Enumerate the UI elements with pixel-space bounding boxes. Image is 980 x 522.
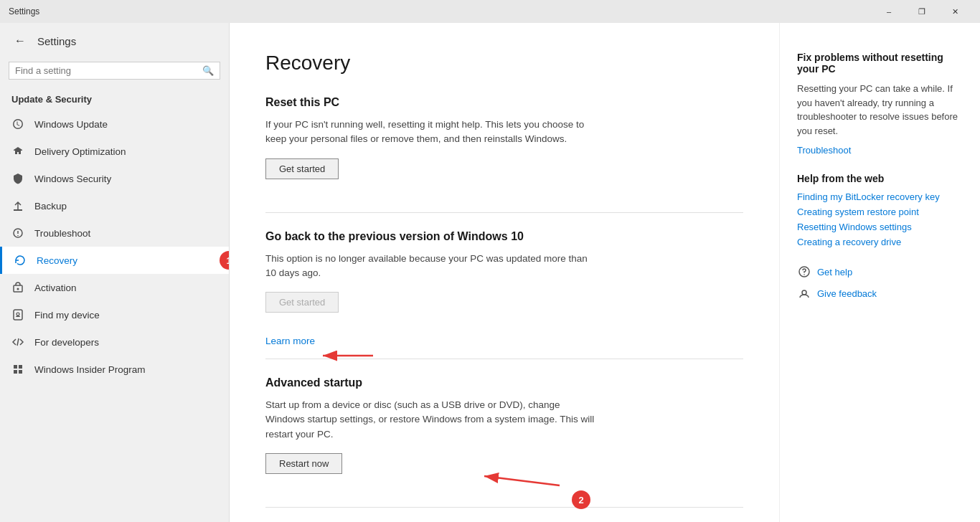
sidebar-item-label-windows-insider: Windows Insider Program [34,364,146,375]
divider-2 [265,359,743,359]
titlebar: Settings – ❐ ✕ [0,0,980,23]
give-feedback-link[interactable]: Give feedback [817,288,877,299]
reset-pc-title: Reset this PC [265,96,743,109]
sidebar-item-label-recovery: Recovery [37,255,77,266]
feedback-icon [797,286,811,300]
divider-1 [265,212,743,213]
sidebar-item-windows-security[interactable]: Windows Security [0,165,229,192]
section-go-back: Go back to the previous version of Windo… [265,230,743,348]
get-help-link[interactable]: Get help [817,267,852,277]
windows-insider-icon [11,363,24,376]
feedback-row: Give feedback [797,286,963,300]
divider-3 [265,507,743,508]
sidebar-item-find-device[interactable]: Find my device [0,301,229,328]
sidebar-item-label-for-developers: For developers [34,337,99,348]
sidebar-item-recovery[interactable]: Recovery 1 [0,247,229,274]
svg-rect-6 [14,365,17,369]
svg-point-15 [804,274,805,275]
right-panel-extra-section: Get help Give feedback [797,265,963,300]
go-back-title: Go back to the previous version of Windo… [265,230,743,243]
sidebar-item-troubleshoot[interactable]: Troubleshoot [0,219,229,247]
right-panel-help-section: Help from the web Finding my BitLocker r… [797,173,963,247]
fix-desc: Resetting your PC can take a while. If y… [797,82,963,138]
minimize-button[interactable]: – [872,0,905,23]
titlebar-title: Settings [9,6,872,16]
sidebar-item-label-backup: Backup [34,201,67,212]
sidebar-item-label-find-device: Find my device [34,310,100,321]
help-link-2[interactable]: Resetting Windows settings [797,222,963,232]
svg-point-3 [17,288,19,290]
main-content: Recovery Reset this PC If your PC isn't … [230,23,779,522]
windows-update-icon [11,118,24,130]
fix-title: Fix problems without resetting your PC [797,52,963,75]
svg-rect-7 [19,365,22,369]
page-title: Recovery [265,52,743,75]
svg-point-16 [802,290,806,295]
reset-pc-desc: If your PC isn't running well, resetting… [265,118,595,147]
sidebar-item-windows-insider[interactable]: Windows Insider Program [0,356,229,383]
sidebar-section-title: Update & Security [0,88,229,110]
recovery-icon [14,254,27,267]
sidebar-item-for-developers[interactable]: For developers [0,328,229,356]
backup-icon [11,199,24,212]
close-button[interactable]: ✕ [938,0,971,23]
sidebar-item-activation[interactable]: Activation [0,274,229,301]
reset-pc-get-started-button[interactable]: Get started [265,158,339,179]
svg-point-5 [17,313,19,315]
advanced-startup-title: Advanced startup [265,376,743,389]
titlebar-controls: – ❐ ✕ [872,0,971,23]
sidebar-header: ← Settings [0,23,229,59]
svg-rect-9 [19,370,22,374]
right-panel: Fix problems without resetting your PC R… [779,23,980,522]
help-link-1[interactable]: Creating system restore point [797,207,963,217]
back-button[interactable]: ← [11,32,29,50]
sidebar-item-label-activation: Activation [34,283,77,293]
search-icon[interactable]: 🔍 [202,65,214,76]
learn-more-link[interactable]: Learn more [265,336,315,346]
content-wrapper: 2 Recovery Reset this PC If your PC isn'… [230,23,980,522]
search-input[interactable] [15,65,202,76]
help-link-0[interactable]: Finding my BitLocker recovery key [797,191,963,202]
sidebar-item-label-delivery-optimization: Delivery Optimization [34,146,126,157]
go-back-get-started-button: Get started [265,292,339,313]
help-link-3[interactable]: Creating a recovery drive [797,237,963,247]
find-device-icon [11,308,24,321]
delivery-optimization-icon [11,145,24,158]
get-help-row: Get help [797,265,963,279]
go-back-desc: This option is no longer available becau… [265,252,595,281]
troubleshoot-icon [11,227,24,239]
search-box: 🔍 [9,62,220,80]
restart-now-button[interactable]: Restart now [265,453,342,474]
right-panel-fix-section: Fix problems without resetting your PC R… [797,52,963,156]
svg-rect-0 [14,209,22,211]
windows-security-icon [11,172,24,185]
sidebar-item-backup[interactable]: Backup [0,192,229,219]
section-advanced-startup: Advanced startup Start up from a device … [265,376,743,495]
sidebar: ← Settings 🔍 Update & Security Windows U… [0,23,230,522]
app-container: ← Settings 🔍 Update & Security Windows U… [0,23,980,522]
annotation-1: 1 [220,251,230,270]
maximize-button[interactable]: ❐ [905,0,938,23]
sidebar-item-label-windows-security: Windows Security [34,174,111,184]
svg-rect-8 [14,370,17,374]
for-developers-icon [11,336,24,348]
fix-troubleshoot-link[interactable]: Troubleshoot [797,145,963,156]
sidebar-item-label-windows-update: Windows Update [34,119,108,130]
sidebar-app-title: Settings [37,35,76,47]
sidebar-item-windows-update[interactable]: Windows Update [0,110,229,138]
svg-rect-4 [14,310,22,320]
activation-icon [11,281,24,294]
section-reset-pc: Reset this PC If your PC isn't running w… [265,96,743,201]
get-help-icon [797,265,811,279]
sidebar-item-label-troubleshoot: Troubleshoot [34,228,90,239]
help-title: Help from the web [797,173,963,184]
advanced-startup-desc: Start up from a device or disc (such as … [265,398,595,442]
sidebar-item-delivery-optimization[interactable]: Delivery Optimization [0,138,229,165]
